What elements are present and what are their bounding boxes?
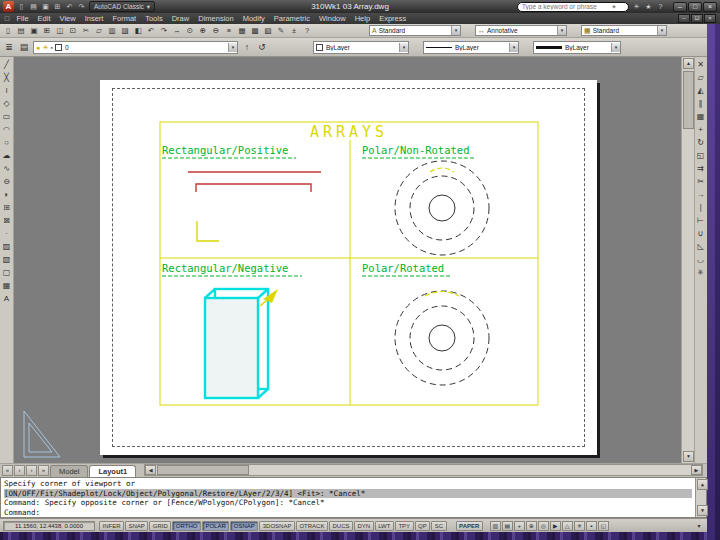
toggle-osnap[interactable]: OSNAP <box>230 521 258 531</box>
annotation-scale-icon[interactable]: △ <box>562 521 573 531</box>
chevron-down-icon[interactable]: ▾ <box>451 26 460 35</box>
redo-icon[interactable]: ↷ <box>158 25 170 36</box>
join-icon[interactable]: ∪ <box>695 228 707 240</box>
tab-prev-button[interactable]: ‹ <box>14 465 25 476</box>
open-icon[interactable]: ▤ <box>15 25 27 36</box>
drawing-canvas[interactable]: ARRAYS Rectangular/Positive Polar/Non-Ro… <box>14 57 681 463</box>
app-maximize-button[interactable]: □ <box>688 2 702 12</box>
doc-restore-button[interactable]: ⊡ <box>691 14 703 23</box>
stretch-icon[interactable]: ⇉ <box>695 163 707 175</box>
menu-item[interactable]: Insert <box>80 13 108 24</box>
designcenter-icon[interactable]: ▦ <box>236 25 248 36</box>
toggle-tpy[interactable]: TPY <box>395 521 414 531</box>
toggle-ortho[interactable]: ORTHO <box>172 521 201 531</box>
layer-previous-icon[interactable]: ↺ <box>255 40 269 54</box>
layer-dropdown[interactable]: ● ☀ ▪ 0 ▾ <box>33 41 238 54</box>
circle-icon[interactable]: ○ <box>1 137 13 149</box>
workspace-dropdown[interactable]: AutoCAD Classic ▾ <box>89 1 155 12</box>
menu-item[interactable]: Edit <box>33 13 55 24</box>
quick-view-drawings-icon[interactable]: ▤ <box>502 521 513 531</box>
menu-item[interactable]: Dimension <box>194 13 238 24</box>
copy-clip-icon[interactable]: ▱ <box>93 25 105 36</box>
copy-icon[interactable]: ▱ <box>695 72 707 84</box>
table-icon[interactable]: ▦ <box>1 280 13 292</box>
command-history[interactable]: Specify corner of viewport or[ON/OFF/Fit… <box>1 478 695 517</box>
open-icon[interactable]: ▤ <box>28 1 39 12</box>
command-scrollbar[interactable]: ▲ ▼ <box>695 478 706 517</box>
status-pan-icon[interactable]: + <box>514 521 525 531</box>
undo-icon[interactable]: ↶ <box>145 25 157 36</box>
sheetset-manager-icon[interactable]: ▧ <box>262 25 274 36</box>
toggle-grid[interactable]: GRID <box>149 521 171 531</box>
command-scroll-down[interactable]: ▼ <box>697 505 708 516</box>
command-window[interactable]: Specify corner of viewport or[ON/OFF/Fit… <box>0 477 707 518</box>
quickcalc-icon[interactable]: ± <box>288 25 300 36</box>
ellipse-arc-icon[interactable]: ◗ <box>1 189 13 201</box>
mirror-icon[interactable]: ◭ <box>695 85 707 97</box>
toolbar-lock-icon[interactable]: ▪ <box>586 521 597 531</box>
steering-wheel-icon[interactable]: ◎ <box>538 521 549 531</box>
qnew-icon[interactable]: ▯ <box>16 1 27 12</box>
tab-next-button[interactable]: › <box>26 465 37 476</box>
rotate-icon[interactable]: ↻ <box>695 137 707 149</box>
scroll-left-button[interactable]: ◀ <box>145 465 156 475</box>
search-input[interactable] <box>522 3 612 10</box>
help-icon[interactable]: ? <box>301 25 313 36</box>
toggle-ducs[interactable]: DUCS <box>329 521 353 531</box>
redo-icon[interactable]: ↷ <box>76 1 87 12</box>
toggle-snap[interactable]: SNAP <box>125 521 148 531</box>
tool-palettes-icon[interactable]: ▩ <box>249 25 261 36</box>
toggle-sc[interactable]: SC <box>431 521 446 531</box>
point-icon[interactable]: · <box>1 228 13 240</box>
paper-model-toggle[interactable]: PAPER <box>456 521 483 531</box>
zoom-previous-icon[interactable]: ⊖ <box>210 25 222 36</box>
gradient-icon[interactable]: ▧ <box>1 254 13 266</box>
toggle-polar[interactable]: POLAR <box>202 521 229 531</box>
layout-paper[interactable]: ARRAYS Rectangular/Positive Polar/Non-Ro… <box>100 80 597 455</box>
status-zoom-icon[interactable]: ⊕ <box>526 521 537 531</box>
chevron-down-icon[interactable]: ▾ <box>228 43 237 52</box>
toggle-infer[interactable]: INFER <box>99 521 124 531</box>
arc-icon[interactable]: ◠ <box>1 124 13 136</box>
markup-icon[interactable]: ✎ <box>275 25 287 36</box>
layer-properties-icon[interactable]: ≣ <box>2 40 16 54</box>
block-editor-icon[interactable]: ◧ <box>132 25 144 36</box>
menu-item[interactable]: Format <box>108 13 141 24</box>
scroll-right-button[interactable]: ▶ <box>691 465 702 475</box>
chevron-down-icon[interactable]: ▾ <box>509 43 518 52</box>
ellipse-icon[interactable]: ⊖ <box>1 176 13 188</box>
insert-block-icon[interactable]: ⊞ <box>1 202 13 214</box>
dim-style-dropdown[interactable]: ↔ Annotative ▾ <box>475 25 567 36</box>
plot-preview-icon[interactable]: ◫ <box>54 25 66 36</box>
plot-icon[interactable]: ⊞ <box>52 1 63 12</box>
horizontal-scroll-thumb[interactable] <box>157 465 249 475</box>
properties-icon[interactable]: ≡ <box>223 25 235 36</box>
lineweight-dropdown[interactable]: ByLayer ▾ <box>533 41 621 54</box>
drawing-geometry[interactable]: ARRAYS Rectangular/Positive Polar/Non-Ro… <box>100 80 597 455</box>
erase-icon[interactable]: ✕ <box>695 59 707 71</box>
drawing-window-icon[interactable]: ▢ <box>2 14 12 23</box>
toggle-dyn[interactable]: DYN <box>354 521 374 531</box>
multiline-text-icon[interactable]: A <box>1 293 13 305</box>
zoom-realtime-icon[interactable]: ⊙ <box>184 25 196 36</box>
horizontal-scrollbar[interactable]: ◀ ▶ <box>144 464 703 476</box>
tab-layout1[interactable]: Layout1 <box>89 465 136 477</box>
break-icon[interactable]: ⊢ <box>695 215 707 227</box>
search-icon[interactable]: ⌖ <box>612 3 616 11</box>
publish-icon[interactable]: ⊡ <box>67 25 79 36</box>
status-menu-arrow[interactable]: ▾ <box>694 521 704 531</box>
chevron-down-icon[interactable]: ▾ <box>399 43 408 52</box>
tab-model[interactable]: Model <box>50 465 88 477</box>
vertical-scroll-thumb[interactable] <box>683 71 694 129</box>
toggle-lwt[interactable]: LWT <box>375 521 394 531</box>
break-at-point-icon[interactable]: ∣ <box>695 202 707 214</box>
menu-item[interactable]: Modify <box>238 13 269 24</box>
quick-view-layouts-icon[interactable]: ▥ <box>490 521 501 531</box>
clean-screen-icon[interactable]: ◱ <box>598 521 609 531</box>
pan-icon[interactable]: ↔ <box>171 25 183 36</box>
layer-on-icon[interactable]: ● <box>36 42 40 53</box>
menu-item[interactable]: Parametric <box>269 13 314 24</box>
polygon-icon[interactable]: ◇ <box>1 98 13 110</box>
toggle-3dosnap[interactable]: 3DOSNAP <box>259 521 295 531</box>
menu-item[interactable]: Draw <box>167 13 194 24</box>
